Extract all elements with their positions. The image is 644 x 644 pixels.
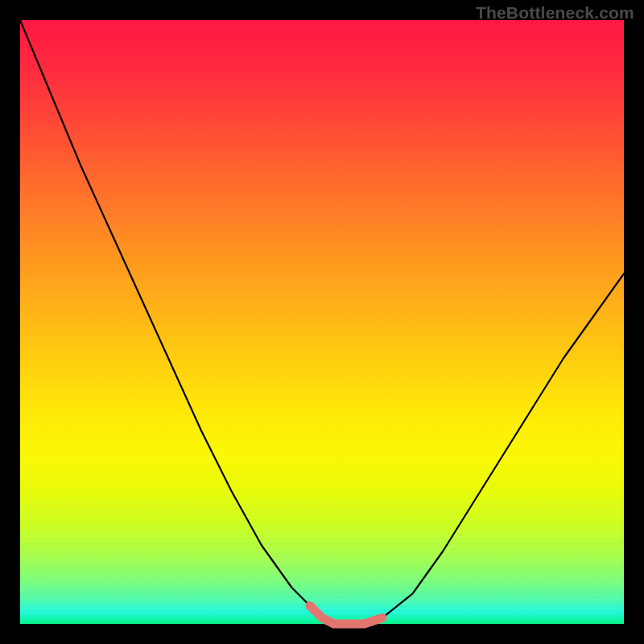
bottleneck-curve-highlight [310,606,382,625]
bottleneck-curve [20,20,624,624]
chart-frame: TheBottleneck.com [0,0,644,644]
plot-area [20,20,624,624]
curve-svg [20,20,624,624]
